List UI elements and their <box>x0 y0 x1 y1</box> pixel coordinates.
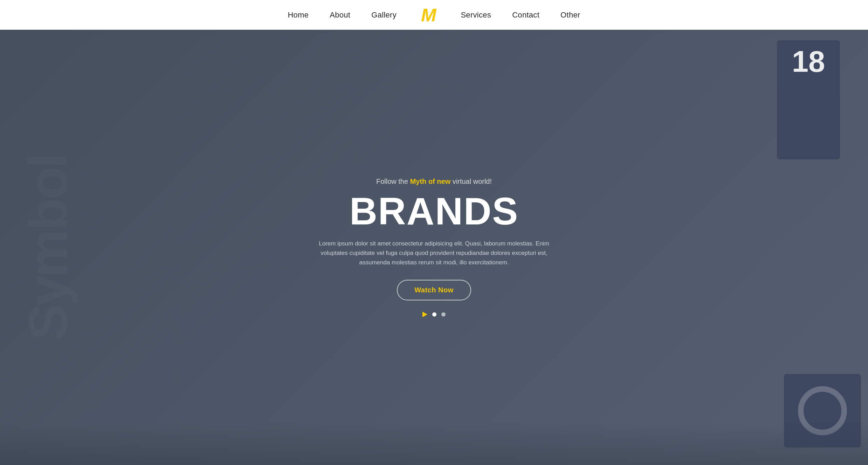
nav-link-services[interactable]: Services <box>461 11 491 19</box>
slider-play-icon[interactable] <box>422 312 427 317</box>
nav-item-other[interactable]: Other <box>560 11 580 20</box>
nav-item-about[interactable]: About <box>330 11 350 20</box>
bg-symbol-text: Symbol <box>21 155 75 340</box>
watch-now-button[interactable]: Watch Now <box>397 280 471 300</box>
decor-label-18: 18 <box>792 47 825 76</box>
nav-list: Home About Gallery M Services Contact Ot… <box>288 6 580 24</box>
slider-dots <box>311 312 557 317</box>
nav-link-about[interactable]: About <box>330 11 350 19</box>
hero-title: BRANDS <box>311 192 557 230</box>
decor-box-18: 18 <box>777 40 840 159</box>
hero-bottom-fade <box>0 423 868 465</box>
hero-content: Follow the Myth of new virtual world! BR… <box>304 178 564 318</box>
hero-subtitle-suffix: virtual world! <box>450 178 492 185</box>
nav-link-gallery[interactable]: Gallery <box>371 11 397 19</box>
nav-link-home[interactable]: Home <box>288 11 309 19</box>
nav-item-contact[interactable]: Contact <box>512 11 539 20</box>
navbar: Home About Gallery M Services Contact Ot… <box>0 0 868 30</box>
hero-description: Lorem ipsum dolor sit amet consectetur a… <box>311 239 557 268</box>
nav-link-contact[interactable]: Contact <box>512 11 539 19</box>
hero-subtitle-prefix: Follow the <box>376 178 410 185</box>
slider-dot-1[interactable] <box>432 312 436 317</box>
right-decor: 18 <box>745 30 868 465</box>
slider-dot-2[interactable] <box>441 312 446 317</box>
nav-logo-container[interactable]: M <box>418 6 440 24</box>
nav-item-home[interactable]: Home <box>288 11 309 20</box>
site-logo[interactable]: M <box>421 5 436 25</box>
nav-item-gallery[interactable]: Gallery <box>371 11 397 20</box>
hero-subtitle-highlight: Myth of new <box>410 178 451 185</box>
hero-section: Symbol 18 Follow the Myth of new virtual… <box>0 30 868 465</box>
hero-subtitle: Follow the Myth of new virtual world! <box>311 178 557 186</box>
nav-item-services[interactable]: Services <box>461 11 491 20</box>
nav-link-other[interactable]: Other <box>560 11 580 19</box>
